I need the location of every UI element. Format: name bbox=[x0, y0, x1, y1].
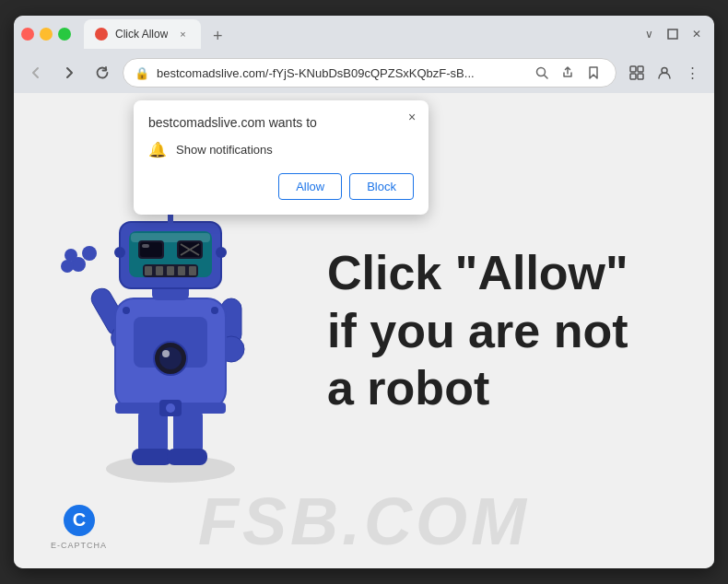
tab-favicon bbox=[95, 28, 108, 41]
active-tab[interactable]: Click Allow × bbox=[84, 19, 201, 49]
svg-rect-49 bbox=[132, 449, 172, 465]
main-text-line3: a robot bbox=[327, 359, 677, 416]
back-button[interactable] bbox=[23, 60, 49, 86]
window-minimize-button[interactable] bbox=[40, 28, 53, 41]
popup-notification-row: 🔔 Show notifications bbox=[148, 141, 414, 158]
lock-icon: 🔒 bbox=[135, 66, 149, 80]
popup-close-button[interactable]: × bbox=[403, 108, 421, 126]
extensions-button[interactable] bbox=[624, 60, 650, 86]
svg-point-15 bbox=[61, 260, 74, 273]
notification-popup: × bestcomadslive.com wants to 🔔 Show not… bbox=[134, 100, 429, 215]
tab-bar: Click Allow × + bbox=[76, 19, 633, 49]
svg-rect-50 bbox=[167, 449, 207, 465]
main-text-line1: Click "Allow" bbox=[327, 244, 677, 301]
window-close-button[interactable] bbox=[21, 28, 34, 41]
new-tab-button[interactable]: + bbox=[205, 23, 230, 49]
title-bar: Click Allow × + ∨ ✕ bbox=[14, 16, 714, 53]
forward-button[interactable] bbox=[56, 60, 82, 86]
svg-point-22 bbox=[162, 350, 170, 357]
bookmark-icon-button[interactable] bbox=[582, 62, 605, 84]
browser-window: Click Allow × + ∨ ✕ 🔒 bestcomadslive.com… bbox=[14, 16, 714, 568]
content-area: FSB.COM bbox=[14, 93, 714, 568]
svg-point-14 bbox=[65, 249, 77, 262]
bell-icon: 🔔 bbox=[148, 141, 167, 158]
svg-point-23 bbox=[123, 307, 130, 314]
popup-actions: Allow Block bbox=[148, 173, 414, 200]
main-text-line2: if you are not bbox=[327, 302, 677, 359]
address-field[interactable]: 🔒 bestcomadslive.com/-fYjS-KNubDsB09cQPZ… bbox=[123, 58, 616, 88]
svg-point-13 bbox=[82, 246, 97, 261]
profile-button[interactable] bbox=[652, 60, 677, 86]
title-bar-maximize-button[interactable] bbox=[663, 24, 683, 44]
svg-rect-31 bbox=[142, 244, 149, 248]
svg-rect-7 bbox=[638, 74, 643, 79]
url-text: bestcomadslive.com/-fYjS-KNubDsB09cQPZSx… bbox=[157, 66, 523, 80]
title-bar-controls: ∨ ✕ bbox=[639, 24, 707, 44]
svg-rect-40 bbox=[178, 266, 185, 275]
notification-label: Show notifications bbox=[176, 143, 273, 157]
window-maximize-button[interactable] bbox=[58, 28, 71, 41]
svg-point-21 bbox=[159, 347, 182, 369]
address-icons bbox=[531, 62, 605, 84]
share-icon-button[interactable] bbox=[557, 62, 579, 84]
svg-marker-3 bbox=[590, 67, 597, 78]
svg-rect-39 bbox=[167, 266, 174, 275]
svg-rect-0 bbox=[668, 29, 677, 39]
svg-line-2 bbox=[545, 76, 548, 79]
svg-rect-38 bbox=[156, 266, 163, 275]
refresh-button[interactable] bbox=[89, 60, 115, 86]
more-options-button[interactable]: ⋮ bbox=[679, 60, 705, 86]
svg-point-24 bbox=[211, 307, 218, 314]
block-button[interactable]: Block bbox=[349, 173, 414, 200]
tab-close-button[interactable]: × bbox=[175, 27, 190, 41]
title-bar-close-button[interactable]: ✕ bbox=[687, 24, 707, 44]
address-bar: 🔒 bestcomadslive.com/-fYjS-KNubDsB09cQPZ… bbox=[14, 53, 714, 93]
svg-rect-37 bbox=[145, 266, 152, 275]
main-text: Click "Allow" if you are not a robot bbox=[327, 244, 677, 416]
svg-point-53 bbox=[166, 403, 175, 413]
page-text-area: Click "Allow" if you are not a robot bbox=[309, 244, 677, 416]
svg-point-45 bbox=[114, 247, 125, 258]
svg-rect-4 bbox=[630, 66, 636, 72]
svg-rect-5 bbox=[638, 66, 643, 72]
toolbar-icons: ⋮ bbox=[624, 60, 705, 86]
search-icon-button[interactable] bbox=[531, 62, 553, 84]
svg-point-46 bbox=[216, 247, 227, 258]
title-bar-minimize-button[interactable]: ∨ bbox=[639, 24, 659, 44]
window-controls bbox=[21, 28, 71, 41]
popup-title: bestcomadslive.com wants to bbox=[148, 115, 414, 130]
svg-rect-6 bbox=[630, 74, 636, 79]
tab-title: Click Allow bbox=[115, 28, 168, 41]
svg-rect-41 bbox=[189, 266, 196, 275]
allow-button[interactable]: Allow bbox=[278, 173, 342, 200]
